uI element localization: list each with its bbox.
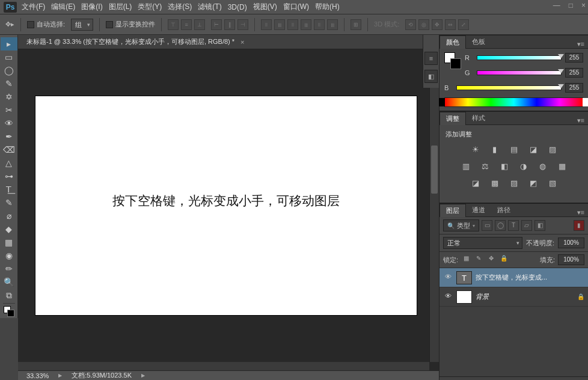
dist-1-icon[interactable]: ⫴ — [261, 19, 272, 30]
b-slider[interactable] — [456, 85, 562, 90]
eyedropper-tool[interactable]: ✂ — [1, 103, 17, 117]
align-bottom-icon[interactable]: ⊥ — [194, 19, 205, 30]
layer-row-background[interactable]: 👁 背景 🔒 — [439, 287, 588, 307]
adj-mixer-icon[interactable]: ◍ — [537, 162, 549, 173]
orbit-icon[interactable]: ⟲ — [405, 19, 416, 30]
align-vcenter-icon[interactable]: ≡ — [181, 19, 192, 30]
align-left-icon[interactable]: ⊢ — [211, 19, 222, 30]
canvas-viewport[interactable]: 按下空格键，光标变成小手，可移动图层 — [24, 49, 428, 362]
adj-posterize-icon[interactable]: ▩ — [489, 179, 501, 189]
layer-visibility-icon[interactable]: 👁 — [443, 292, 453, 302]
status-zoom[interactable]: 33.33% — [26, 372, 49, 379]
dist-5-icon[interactable]: ⫴ — [314, 19, 325, 30]
dist-4-icon[interactable]: ⫼ — [301, 19, 311, 30]
adj-exposure-icon[interactable]: ◪ — [527, 145, 539, 156]
path-tool[interactable]: ◉ — [1, 249, 17, 262]
menu-filter[interactable]: 滤镜(T) — [198, 2, 221, 12]
document-tab[interactable]: 未标题-1 @ 33.3% (按下空格键，光标变成小手，可移动图层, RGB/8… — [18, 35, 439, 49]
filter-toggle-icon[interactable]: ▮ — [574, 220, 584, 231]
adj-selective-icon[interactable]: ▧ — [547, 179, 559, 189]
adj-hue-icon[interactable]: ▥ — [460, 162, 472, 173]
adj-invert-icon[interactable]: ◪ — [470, 179, 482, 189]
vertical-scrollbar[interactable] — [429, 49, 439, 362]
dodge-tool[interactable]: ⌀ — [1, 209, 17, 222]
status-zoom-menu-icon[interactable]: ▶ — [58, 373, 62, 378]
scale-icon[interactable]: ⤢ — [458, 19, 469, 30]
heal-tool[interactable]: 👁 — [1, 117, 17, 130]
history-brush-tool[interactable]: △ — [1, 156, 17, 170]
opacity-value[interactable]: 100% — [558, 238, 584, 248]
fill-value[interactable]: 100% — [558, 254, 584, 265]
adjust-panel-menu-icon[interactable]: ▾≡ — [574, 117, 588, 124]
status-docsize[interactable]: 文档:5.93M/1023.5K — [72, 371, 132, 380]
hand-tool[interactable]: 🔍 — [1, 275, 17, 289]
tab-swatches[interactable]: 色板 — [466, 35, 491, 48]
filter-type-icon[interactable]: T — [508, 220, 519, 231]
tab-styles[interactable]: 样式 — [466, 112, 491, 124]
menu-file[interactable]: 文件(F) — [22, 2, 45, 12]
window-close[interactable]: × — [581, 1, 586, 10]
layers-panel-menu-icon[interactable]: ▾≡ — [574, 209, 588, 216]
tab-color[interactable]: 颜色 — [439, 35, 466, 49]
menu-view[interactable]: 视图(V) — [253, 2, 277, 12]
auto-select-dropdown[interactable]: 组 — [71, 19, 93, 31]
align-top-icon[interactable]: ⊤ — [168, 19, 179, 30]
move-tool[interactable]: ▸ — [1, 37, 17, 51]
r-value[interactable]: 255 — [565, 53, 583, 63]
filter-smart-icon[interactable]: ◧ — [534, 220, 545, 231]
align-right-icon[interactable]: ⊣ — [237, 19, 248, 30]
lasso-tool[interactable]: ◯ — [1, 64, 17, 77]
adj-threshold-icon[interactable]: ▨ — [508, 179, 520, 189]
filter-adjust-icon[interactable]: ◯ — [495, 220, 506, 231]
g-slider[interactable] — [477, 70, 562, 75]
blend-mode-dropdown[interactable]: 正常 — [443, 237, 522, 249]
menu-edit[interactable]: 编辑(E) — [51, 2, 75, 12]
menu-select[interactable]: 选择(S) — [168, 2, 192, 12]
pan-icon[interactable]: ✥ — [432, 19, 443, 30]
stamp-tool[interactable]: ⌫ — [1, 143, 17, 156]
filter-shape-icon[interactable]: ▱ — [521, 220, 532, 231]
adj-bw-icon[interactable]: ◧ — [498, 162, 510, 173]
lock-pixels-icon[interactable]: ✎ — [474, 255, 483, 265]
lock-transparent-icon[interactable]: ▦ — [461, 255, 471, 265]
color-panel-menu-icon[interactable]: ▾≡ — [574, 40, 588, 48]
lock-all-icon[interactable]: 🔒 — [499, 255, 509, 265]
gradient-tool[interactable]: T͟ — [1, 183, 17, 196]
collapsed-properties-icon[interactable]: ◧ — [424, 70, 438, 83]
tab-adjustments[interactable]: 调整 — [439, 112, 466, 125]
wand-tool[interactable]: ✎ — [1, 77, 17, 90]
window-maximize[interactable]: □ — [569, 1, 573, 10]
adj-photo-filter-icon[interactable]: ◑ — [518, 162, 530, 173]
adj-curves-icon[interactable]: ▤ — [508, 145, 520, 156]
dist-6-icon[interactable]: ⫼ — [327, 19, 338, 30]
menu-window[interactable]: 窗口(W) — [283, 2, 309, 12]
brush-tool[interactable]: ✒ — [1, 130, 17, 143]
lock-position-icon[interactable]: ✥ — [486, 255, 496, 265]
adj-lookup-icon[interactable]: ▦ — [556, 162, 568, 173]
layer-visibility-icon[interactable]: 👁 — [443, 273, 453, 283]
slide-icon[interactable]: ⇔ — [445, 19, 456, 30]
menu-3d[interactable]: 3D(D) — [228, 3, 247, 11]
dist-3-icon[interactable]: ⫴ — [287, 19, 298, 30]
marquee-tool[interactable]: ▭ — [1, 51, 17, 64]
auto-select-checkbox[interactable]: 自动选择: — [27, 20, 65, 29]
color-spectrum[interactable] — [444, 97, 583, 107]
collapsed-history-icon[interactable]: ≡ — [424, 52, 438, 65]
move-tool-icon[interactable]: ✥▸ — [5, 20, 14, 29]
adj-levels-icon[interactable]: ▮ — [489, 145, 501, 156]
align-hcenter-icon[interactable]: ‖ — [224, 19, 235, 30]
document-tab-close[interactable]: × — [240, 38, 244, 46]
adj-gradmap-icon[interactable]: ◩ — [527, 179, 539, 189]
menu-help[interactable]: 帮助(H) — [315, 2, 340, 12]
tab-channels[interactable]: 通道 — [466, 204, 491, 216]
menu-layer[interactable]: 图层(L) — [109, 2, 132, 12]
dist-2-icon[interactable]: ⫼ — [274, 19, 285, 30]
swatch-tool[interactable] — [1, 305, 17, 318]
tab-layers[interactable]: 图层 — [439, 204, 466, 217]
shape-tool[interactable]: ✏ — [1, 262, 17, 275]
crop-tool[interactable]: ✡ — [1, 90, 17, 103]
blur-tool[interactable]: ✎ — [1, 196, 17, 209]
show-transform-checkbox[interactable]: 显示变换控件 — [106, 20, 155, 29]
r-slider[interactable] — [477, 55, 562, 60]
fg-bg-swatches[interactable] — [444, 52, 461, 69]
